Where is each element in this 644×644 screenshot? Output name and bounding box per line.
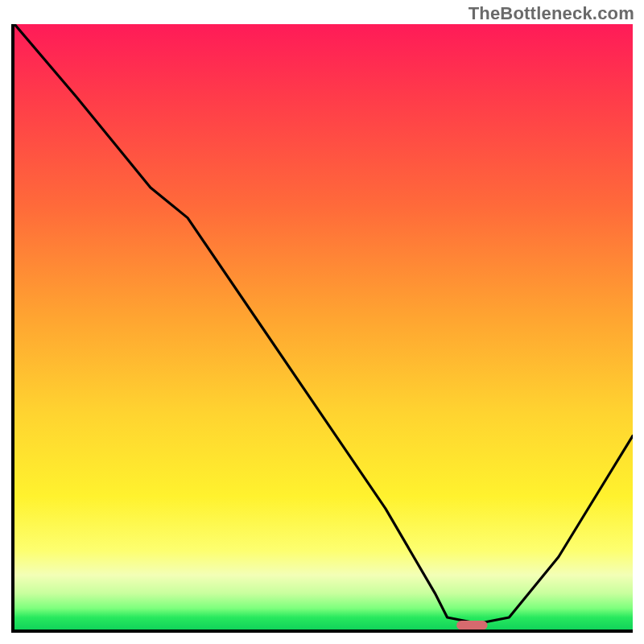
watermark-text: TheBottleneck.com xyxy=(469,3,634,24)
chart-container: TheBottleneck.com xyxy=(0,0,644,644)
gradient-background xyxy=(14,24,633,630)
plot-area xyxy=(11,24,633,633)
